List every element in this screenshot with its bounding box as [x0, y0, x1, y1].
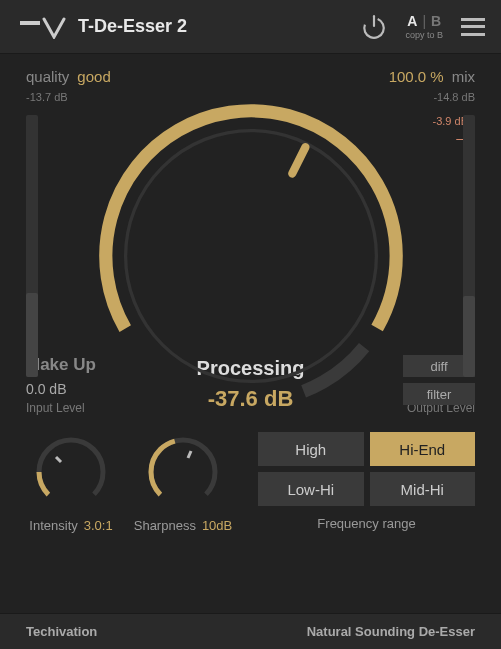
freq-btn-low-hi[interactable]: Low-Hi	[258, 472, 364, 506]
intensity-label-row: Intensity 3.0:1	[29, 518, 112, 533]
freq-btn-hi-end[interactable]: Hi-End	[370, 432, 476, 466]
svg-point-5	[125, 131, 376, 382]
output-db-readout: -14.8 dB	[433, 91, 475, 103]
brand-logo-icon	[20, 15, 66, 39]
ab-slot-b[interactable]: B	[431, 13, 441, 29]
sharpness-knob[interactable]	[143, 432, 223, 512]
svg-rect-0	[20, 21, 40, 25]
intensity-value: 3.0:1	[84, 518, 113, 533]
ab-labels: A | B	[407, 13, 441, 29]
main-panel: quality good 100.0 % mix -13.7 dB -14.8 …	[0, 54, 501, 613]
copy-to-b-button[interactable]: copy to B	[405, 30, 443, 40]
svg-point-10	[143, 432, 223, 512]
svg-point-8	[31, 432, 111, 512]
ab-compare[interactable]: A | B copy to B	[405, 13, 443, 40]
brand-section: T-De-Esser 2	[20, 15, 187, 39]
svg-point-7	[31, 432, 111, 512]
freq-btn-high[interactable]: High	[258, 432, 364, 466]
output-level-meter	[463, 115, 475, 377]
mix-control[interactable]: 100.0 % mix	[389, 68, 475, 85]
footer: Techivation Natural Sounding De-Esser	[0, 613, 501, 649]
sharpness-value: 10dB	[202, 518, 232, 533]
intensity-knob[interactable]	[31, 432, 111, 512]
frequency-range-block: High Hi-End Low-Hi Mid-Hi Frequency rang…	[258, 432, 475, 531]
quality-value: good	[77, 68, 110, 85]
top-readouts: quality good 100.0 % mix	[26, 68, 475, 85]
output-level-fill	[463, 296, 475, 377]
plugin-title: T-De-Esser 2	[78, 16, 187, 37]
ab-separator: |	[422, 13, 426, 29]
plugin-window: T-De-Esser 2 A | B copy to B	[0, 0, 501, 649]
quality-label: quality	[26, 68, 69, 85]
svg-point-3	[86, 91, 416, 421]
menu-button[interactable]	[461, 18, 485, 36]
ab-slot-a[interactable]: A	[407, 13, 417, 29]
svg-line-12	[188, 451, 191, 458]
footer-brand: Techivation	[26, 624, 97, 639]
mix-label: mix	[452, 68, 475, 85]
mix-value: 100.0 %	[389, 68, 444, 85]
sharpness-label-row: Sharpness 10dB	[134, 518, 233, 533]
header: T-De-Esser 2 A | B copy to B	[0, 0, 501, 54]
svg-point-11	[143, 432, 223, 512]
intensity-label: Intensity	[29, 518, 77, 533]
power-button[interactable]	[361, 14, 387, 40]
input-level-fill	[26, 293, 38, 377]
freq-btn-mid-hi[interactable]: Mid-Hi	[370, 472, 476, 506]
footer-tagline: Natural Sounding De-Esser	[307, 624, 475, 639]
svg-point-4	[86, 91, 416, 421]
sharpness-label: Sharpness	[134, 518, 196, 533]
processing-knob[interactable]	[86, 91, 416, 421]
header-controls: A | B copy to B	[361, 13, 485, 40]
intensity-block: Intensity 3.0:1	[26, 432, 116, 533]
svg-line-9	[56, 457, 61, 462]
input-level-meter	[26, 115, 38, 377]
sharpness-block: Sharpness 10dB	[138, 432, 228, 533]
input-db-readout: -13.7 dB	[26, 91, 68, 103]
frequency-range-buttons: High Hi-End Low-Hi Mid-Hi	[258, 432, 475, 506]
quality-selector[interactable]: quality good	[26, 68, 111, 85]
meter-area: -13.7 dB -14.8 dB -3.9 dB –	[26, 91, 475, 401]
svg-line-6	[292, 147, 305, 173]
frequency-range-label: Frequency range	[258, 516, 475, 531]
lower-controls: Intensity 3.0:1 Sharpness 10dB	[26, 432, 475, 533]
